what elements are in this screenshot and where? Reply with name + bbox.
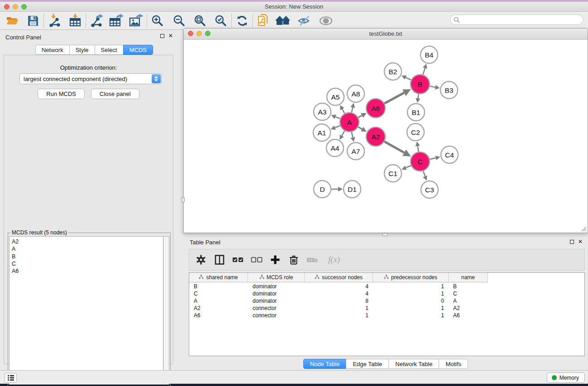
graph-node-D[interactable]: D [314,181,331,198]
import-network-icon[interactable] [47,14,62,28]
graph-node-B4[interactable]: B4 [421,46,438,63]
open-file-icon[interactable] [5,14,20,28]
graph-edge-B-B4[interactable] [423,68,425,75]
table-row[interactable]: A6connector11A6 [189,312,488,319]
mcds-result-item[interactable]: A2 [12,238,163,245]
horizontal-splitter-grip[interactable] [382,233,387,236]
table-float-panel-icon[interactable] [570,240,574,244]
float-panel-icon[interactable] [160,34,164,38]
zoom-fit-icon[interactable] [192,14,208,28]
show-columns-icon[interactable] [214,254,225,266]
network-canvas[interactable]: B4B2BB3A5A8A6A3B1AA1C2A2A4A7CC4C1C3DD1 [184,40,587,233]
window-resize-grip[interactable] [580,225,587,232]
graph-edge-C-C2[interactable] [418,146,419,152]
graph-node-A7[interactable]: A7 [347,143,364,160]
graph-node-A[interactable]: A [340,113,359,132]
export-network-icon[interactable] [89,14,104,28]
graph-node-A2[interactable]: A2 [366,127,385,146]
run-mcds-button[interactable]: Run MCDS [38,89,85,99]
show-graphics-details-icon[interactable] [318,14,334,28]
graph-edge-A-A8[interactable] [352,107,353,112]
select-all-icon[interactable] [232,254,244,266]
new-network-from-selection-icon[interactable] [256,14,271,28]
graph-node-A5[interactable]: A5 [327,88,344,105]
zoom-out-icon[interactable] [172,14,187,28]
graph-node-C4[interactable]: C4 [441,146,458,163]
criterion-dropdown[interactable]: largest connected component (directed) [19,73,162,84]
graph-node-D1[interactable]: D1 [344,181,361,198]
result-scrollbar[interactable] [163,236,169,385]
graph-node-A6[interactable]: A6 [366,99,385,118]
graph-node-C3[interactable]: C3 [421,181,438,198]
column-header-predecessor-nodes[interactable]: predecessor nodes [373,273,449,282]
graph-node-B1[interactable]: B1 [407,104,425,121]
column-header-successor-nodes[interactable]: successor nodes [305,273,373,282]
graph-node-C2[interactable]: C2 [407,124,424,141]
mcds-result-item[interactable]: A [12,245,163,253]
zoom-in-icon[interactable] [150,14,165,28]
search-field[interactable] [450,14,583,25]
refresh-icon[interactable] [234,14,250,28]
table-row[interactable]: Cdominator41C [189,290,488,297]
graph-edge-C-C3[interactable] [423,171,425,176]
save-session-icon[interactable] [25,14,41,28]
table-tab-network-table[interactable]: Network Table [388,359,439,369]
delete-column-icon[interactable] [288,254,300,266]
hide-graphics-details-icon[interactable] [296,14,312,28]
add-column-icon[interactable] [269,254,281,266]
table-close-panel-icon[interactable]: ✕ [578,239,583,244]
graph-edge-B-B1[interactable] [418,94,418,99]
task-history-button[interactable] [5,373,17,383]
graph-edge-A6-B[interactable] [384,93,404,104]
control-tab-style[interactable]: Style [69,45,95,55]
control-tab-network[interactable]: Network [35,45,70,55]
graph-edge-C-C1[interactable] [406,166,411,168]
graph-node-C1[interactable]: C1 [384,165,402,182]
deselect-all-icon[interactable] [251,254,263,266]
export-table-icon[interactable] [109,14,124,28]
table-settings-icon[interactable] [195,254,207,266]
export-image-icon[interactable] [129,14,144,28]
vertical-splitter-grip[interactable] [182,197,185,202]
column-header-MCDS-role[interactable]: MCDS role [248,273,305,282]
graph-node-A1[interactable]: A1 [313,124,330,141]
control-tab-mcds[interactable]: MCDS [123,45,153,55]
graph-edge-C-C4[interactable] [430,158,435,159]
graph-edge-A-A7[interactable] [352,132,353,137]
graph-edge-A-A2[interactable] [358,127,362,129]
mcds-result-item[interactable]: C [12,260,163,267]
close-panel-icon[interactable]: ✕ [168,33,173,38]
graph-node-B[interactable]: B [411,75,430,94]
column-header-shared-name[interactable]: shared name [189,273,248,282]
control-tab-select[interactable]: Select [95,45,124,55]
graph-edge-A-A4[interactable] [342,131,344,136]
table-tab-edge-table[interactable]: Edge Table [346,359,389,369]
network-window-titlebar[interactable]: testGlobe.txt [184,29,588,40]
import-table-icon[interactable] [67,14,83,28]
mcds-result-item[interactable]: A6 [12,267,163,275]
graph-node-A3[interactable]: A3 [314,103,331,120]
function-builder-icon[interactable]: f(x) [325,254,343,266]
graph-edge-A2-C[interactable] [384,142,404,153]
column-header-name[interactable]: name [449,273,488,282]
graph-node-B3[interactable]: B3 [440,81,458,99]
graph-edge-B-B2[interactable] [406,77,411,80]
graph-edge-A-A6[interactable] [358,115,362,117]
close-panel-button[interactable]: Close panel [91,89,139,99]
table-row[interactable]: A2connector11A2 [189,305,488,312]
graph-node-B2[interactable]: B2 [384,63,402,80]
memory-button[interactable]: Memory [547,372,585,383]
zoom-selected-icon[interactable] [213,14,229,28]
graph-edge-A-A3[interactable] [335,117,340,119]
table-tab-motifs[interactable]: Motifs [439,359,468,369]
table-row[interactable]: Adominator80A [189,297,488,305]
search-input[interactable] [460,16,583,24]
graph-node-C[interactable]: C [411,152,430,171]
graph-node-A4[interactable]: A4 [326,139,344,157]
graph-edge-B-B3[interactable] [430,86,435,87]
graph-node-A8[interactable]: A8 [347,85,364,102]
table-tab-node-table[interactable]: Node Table [303,359,347,369]
delete-table-icon[interactable] [306,254,318,266]
graph-edge-A-A1[interactable] [335,126,340,128]
network-overview-icon[interactable] [276,14,291,28]
